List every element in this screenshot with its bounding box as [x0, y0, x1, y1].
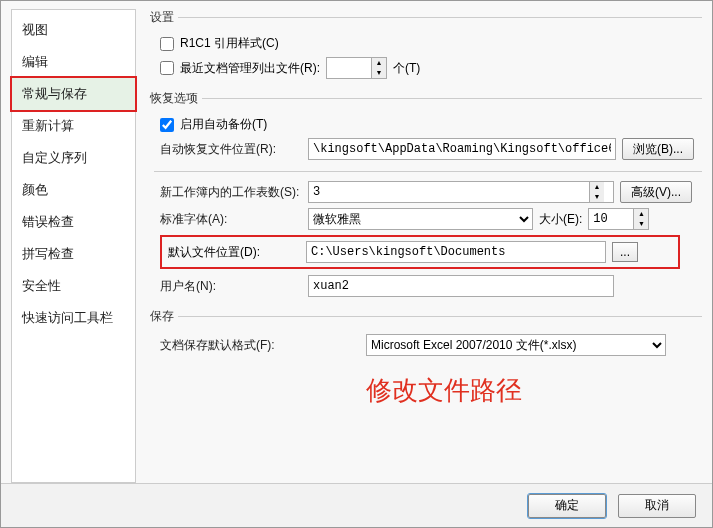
spin-down-icon[interactable]: ▼	[372, 68, 386, 78]
sidebar-item-general-save[interactable]: 常规与保存	[10, 76, 137, 112]
sheets-count-spinner[interactable]: ▲▼	[308, 181, 614, 203]
username-label: 用户名(N):	[160, 278, 302, 295]
group-settings-legend: 设置	[150, 9, 178, 26]
r1c1-checkbox-label: R1C1 引用样式(C)	[180, 35, 279, 52]
username-input[interactable]	[308, 275, 614, 297]
group-save-legend: 保存	[150, 308, 178, 325]
recent-files-checkbox-label: 最近文档管理列出文件(R):	[180, 60, 320, 77]
sidebar-item-edit[interactable]: 编辑	[12, 46, 135, 78]
advanced-button[interactable]: 高级(V)...	[620, 181, 692, 203]
standard-font-label: 标准字体(A):	[160, 211, 302, 228]
sheets-count-value[interactable]	[309, 182, 589, 202]
group-save: 保存 文档保存默认格式(F): Microsoft Excel 2007/201…	[150, 308, 702, 361]
default-path-browse-button[interactable]: ...	[612, 242, 638, 262]
sidebar-item-view[interactable]: 视图	[12, 14, 135, 46]
spin-up-icon[interactable]: ▲	[634, 209, 648, 219]
ok-button[interactable]: 确定	[528, 494, 606, 518]
group-recovery-legend: 恢复选项	[150, 90, 202, 107]
sidebar-item-quick-access[interactable]: 快速访问工具栏	[12, 302, 135, 334]
group-settings: 设置 R1C1 引用样式(C) 最近文档管理列出文件(R): ▲▼	[150, 9, 702, 84]
recent-files-value[interactable]	[327, 58, 371, 78]
sidebar: 视图 编辑 常规与保存 重新计算 自定义序列 颜色 错误检查 拼写检查 安全性 …	[11, 9, 136, 483]
default-path-label: 默认文件位置(D):	[168, 244, 300, 261]
default-path-row-highlight: 默认文件位置(D): ...	[160, 235, 680, 269]
r1c1-checkbox-input[interactable]	[160, 37, 174, 51]
spin-up-icon[interactable]: ▲	[590, 182, 604, 192]
default-path-input[interactable]	[306, 241, 606, 263]
recovery-path-input[interactable]	[308, 138, 616, 160]
enable-backup-checkbox-label: 启用自动备份(T)	[180, 116, 267, 133]
default-format-select[interactable]: Microsoft Excel 2007/2010 文件(*.xlsx)	[366, 334, 666, 356]
font-size-value[interactable]	[589, 209, 633, 229]
font-size-label: 大小(E):	[539, 211, 582, 228]
recovery-browse-button[interactable]: 浏览(B)...	[622, 138, 694, 160]
r1c1-checkbox[interactable]: R1C1 引用样式(C)	[160, 35, 279, 52]
standard-font-select[interactable]: 微软雅黑	[308, 208, 533, 230]
sheets-count-label: 新工作簿内的工作表数(S):	[160, 184, 302, 201]
font-size-spinner[interactable]: ▲▼	[588, 208, 649, 230]
sidebar-item-color[interactable]: 颜色	[12, 174, 135, 206]
spin-down-icon[interactable]: ▼	[634, 219, 648, 229]
enable-backup-checkbox-input[interactable]	[160, 118, 174, 132]
sidebar-item-spell-check[interactable]: 拼写检查	[12, 238, 135, 270]
sidebar-item-recalc[interactable]: 重新计算	[12, 110, 135, 142]
cancel-button[interactable]: 取消	[618, 494, 696, 518]
group-workbook: 新工作簿内的工作表数(S): ▲▼ 高级(V)... 标准字体(A): 微软雅黑…	[150, 171, 702, 302]
sidebar-item-security[interactable]: 安全性	[12, 270, 135, 302]
dialog-footer: 确定 取消	[1, 483, 712, 527]
sidebar-item-error-check[interactable]: 错误检查	[12, 206, 135, 238]
recent-files-spinner[interactable]: ▲▼	[326, 57, 387, 79]
recent-files-checkbox[interactable]: 最近文档管理列出文件(R):	[160, 60, 320, 77]
recent-files-unit: 个(T)	[393, 60, 420, 77]
spin-down-icon[interactable]: ▼	[590, 192, 604, 202]
recent-files-checkbox-input[interactable]	[160, 61, 174, 75]
sidebar-item-custom-list[interactable]: 自定义序列	[12, 142, 135, 174]
content-panel: 设置 R1C1 引用样式(C) 最近文档管理列出文件(R): ▲▼	[136, 9, 702, 483]
enable-backup-checkbox[interactable]: 启用自动备份(T)	[160, 116, 267, 133]
spin-up-icon[interactable]: ▲	[372, 58, 386, 68]
default-format-label: 文档保存默认格式(F):	[160, 337, 360, 354]
annotation-text: 修改文件路径	[366, 373, 522, 408]
group-recovery: 恢复选项 启用自动备份(T) 自动恢复文件位置(R): 浏览(B)...	[150, 90, 702, 165]
recovery-path-label: 自动恢复文件位置(R):	[160, 141, 302, 158]
